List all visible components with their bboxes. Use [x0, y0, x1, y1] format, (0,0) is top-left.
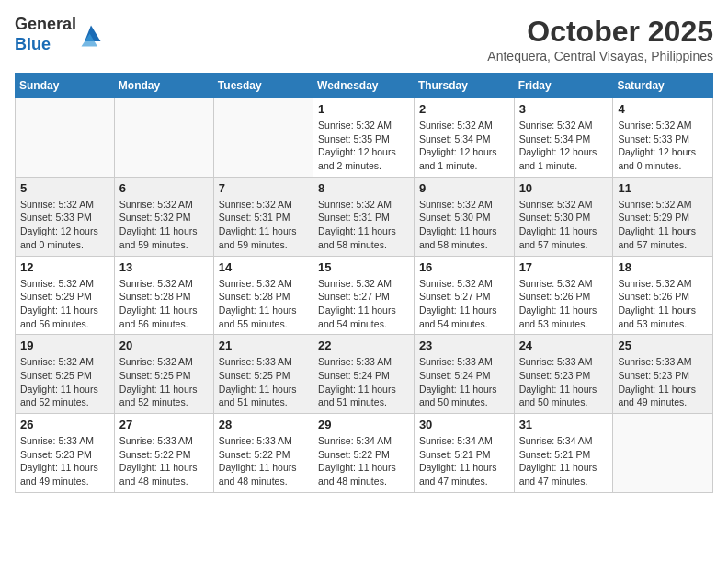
calendar-cell	[213, 98, 313, 178]
calendar-cell: 15Sunrise: 5:32 AMSunset: 5:27 PMDayligh…	[313, 256, 415, 335]
calendar-week-row: 26Sunrise: 5:33 AMSunset: 5:23 PMDayligh…	[16, 414, 713, 493]
calendar-cell: 24Sunrise: 5:33 AMSunset: 5:23 PMDayligh…	[514, 335, 613, 414]
calendar-cell: 6Sunrise: 5:32 AMSunset: 5:32 PMDaylight…	[114, 177, 213, 256]
weekday-header: Sunday	[16, 74, 115, 98]
cell-daylight-info: Sunrise: 5:32 AMSunset: 5:29 PMDaylight:…	[20, 277, 109, 331]
cell-daylight-info: Sunrise: 5:33 AMSunset: 5:23 PMDaylight:…	[618, 355, 708, 409]
cell-daylight-info: Sunrise: 5:32 AMSunset: 5:28 PMDaylight:…	[119, 277, 209, 331]
cell-daylight-info: Sunrise: 5:32 AMSunset: 5:26 PMDaylight:…	[519, 277, 609, 331]
calendar-cell: 1Sunrise: 5:32 AMSunset: 5:35 PMDaylight…	[313, 98, 415, 178]
weekday-header: Saturday	[613, 74, 713, 98]
calendar-cell: 19Sunrise: 5:32 AMSunset: 5:25 PMDayligh…	[16, 335, 115, 414]
cell-daylight-info: Sunrise: 5:34 AMSunset: 5:21 PMDaylight:…	[519, 434, 609, 488]
weekday-header: Wednesday	[313, 74, 415, 98]
cell-date-number: 5	[20, 181, 109, 195]
calendar-week-row: 1Sunrise: 5:32 AMSunset: 5:35 PMDaylight…	[16, 98, 713, 178]
cell-date-number: 12	[20, 260, 109, 274]
calendar-cell: 25Sunrise: 5:33 AMSunset: 5:23 PMDayligh…	[613, 335, 713, 414]
cell-date-number: 27	[119, 418, 209, 431]
calendar-cell: 3Sunrise: 5:32 AMSunset: 5:34 PMDaylight…	[514, 98, 613, 178]
cell-daylight-info: Sunrise: 5:32 AMSunset: 5:28 PMDaylight:…	[219, 277, 308, 331]
cell-date-number: 22	[318, 339, 409, 352]
cell-daylight-info: Sunrise: 5:32 AMSunset: 5:26 PMDaylight:…	[618, 277, 708, 331]
calendar-cell: 2Sunrise: 5:32 AMSunset: 5:34 PMDaylight…	[414, 98, 514, 178]
calendar-cell: 21Sunrise: 5:33 AMSunset: 5:25 PMDayligh…	[213, 335, 313, 414]
cell-daylight-info: Sunrise: 5:32 AMSunset: 5:34 PMDaylight:…	[419, 119, 509, 173]
cell-date-number: 30	[419, 418, 509, 431]
cell-daylight-info: Sunrise: 5:32 AMSunset: 5:32 PMDaylight:…	[119, 198, 209, 252]
calendar-header-row: SundayMondayTuesdayWednesdayThursdayFrid…	[16, 74, 713, 98]
cell-daylight-info: Sunrise: 5:32 AMSunset: 5:31 PMDaylight:…	[219, 198, 308, 252]
calendar-cell: 9Sunrise: 5:32 AMSunset: 5:30 PMDaylight…	[414, 177, 514, 256]
calendar-cell: 12Sunrise: 5:32 AMSunset: 5:29 PMDayligh…	[16, 256, 115, 335]
month-title: October 2025	[487, 15, 713, 49]
cell-daylight-info: Sunrise: 5:33 AMSunset: 5:24 PMDaylight:…	[318, 355, 409, 409]
logo-text: General Blue	[15, 15, 76, 54]
calendar-cell: 16Sunrise: 5:32 AMSunset: 5:27 PMDayligh…	[414, 256, 514, 335]
cell-date-number: 15	[318, 260, 409, 274]
calendar-cell: 28Sunrise: 5:33 AMSunset: 5:22 PMDayligh…	[213, 414, 313, 493]
logo: General Blue	[15, 15, 104, 54]
cell-date-number: 28	[219, 418, 308, 431]
cell-date-number: 14	[219, 260, 308, 274]
calendar-cell: 23Sunrise: 5:33 AMSunset: 5:24 PMDayligh…	[414, 335, 514, 414]
cell-daylight-info: Sunrise: 5:32 AMSunset: 5:27 PMDaylight:…	[318, 277, 409, 331]
cell-date-number: 23	[419, 339, 509, 352]
calendar-table: SundayMondayTuesdayWednesdayThursdayFrid…	[15, 73, 713, 493]
calendar-week-row: 5Sunrise: 5:32 AMSunset: 5:33 PMDaylight…	[16, 177, 713, 256]
calendar-cell	[114, 98, 213, 178]
calendar-cell: 5Sunrise: 5:32 AMSunset: 5:33 PMDaylight…	[16, 177, 115, 256]
calendar-cell: 22Sunrise: 5:33 AMSunset: 5:24 PMDayligh…	[313, 335, 415, 414]
cell-daylight-info: Sunrise: 5:33 AMSunset: 5:25 PMDaylight:…	[219, 355, 308, 409]
calendar-cell: 30Sunrise: 5:34 AMSunset: 5:21 PMDayligh…	[414, 414, 514, 493]
cell-daylight-info: Sunrise: 5:32 AMSunset: 5:33 PMDaylight:…	[20, 198, 109, 252]
cell-daylight-info: Sunrise: 5:32 AMSunset: 5:30 PMDaylight:…	[519, 198, 609, 252]
calendar-week-row: 19Sunrise: 5:32 AMSunset: 5:25 PMDayligh…	[16, 335, 713, 414]
cell-daylight-info: Sunrise: 5:32 AMSunset: 5:25 PMDaylight:…	[119, 355, 209, 409]
cell-daylight-info: Sunrise: 5:33 AMSunset: 5:23 PMDaylight:…	[20, 434, 109, 488]
cell-date-number: 13	[119, 260, 209, 274]
cell-date-number: 9	[419, 181, 509, 195]
title-area: October 2025 Antequera, Central Visayas,…	[487, 15, 713, 63]
cell-date-number: 24	[519, 339, 609, 352]
page-header: General Blue October 2025 Antequera, Cen…	[15, 15, 713, 63]
cell-daylight-info: Sunrise: 5:32 AMSunset: 5:34 PMDaylight:…	[519, 119, 609, 173]
calendar-cell: 13Sunrise: 5:32 AMSunset: 5:28 PMDayligh…	[114, 256, 213, 335]
cell-daylight-info: Sunrise: 5:32 AMSunset: 5:31 PMDaylight:…	[318, 198, 409, 252]
cell-daylight-info: Sunrise: 5:32 AMSunset: 5:25 PMDaylight:…	[20, 355, 109, 409]
location-subtitle: Antequera, Central Visayas, Philippines	[487, 49, 713, 63]
cell-daylight-info: Sunrise: 5:32 AMSunset: 5:29 PMDaylight:…	[618, 198, 708, 252]
cell-date-number: 29	[318, 418, 409, 431]
weekday-header: Monday	[114, 74, 213, 98]
calendar-week-row: 12Sunrise: 5:32 AMSunset: 5:29 PMDayligh…	[16, 256, 713, 335]
cell-date-number: 19	[20, 339, 109, 352]
cell-date-number: 21	[219, 339, 308, 352]
weekday-header: Tuesday	[213, 74, 313, 98]
cell-daylight-info: Sunrise: 5:32 AMSunset: 5:33 PMDaylight:…	[618, 119, 708, 173]
calendar-cell: 8Sunrise: 5:32 AMSunset: 5:31 PMDaylight…	[313, 177, 415, 256]
cell-date-number: 10	[519, 181, 609, 195]
calendar-cell: 17Sunrise: 5:32 AMSunset: 5:26 PMDayligh…	[514, 256, 613, 335]
cell-date-number: 20	[119, 339, 209, 352]
cell-date-number: 26	[20, 418, 109, 431]
calendar-cell: 29Sunrise: 5:34 AMSunset: 5:22 PMDayligh…	[313, 414, 415, 493]
cell-daylight-info: Sunrise: 5:34 AMSunset: 5:21 PMDaylight:…	[419, 434, 509, 488]
cell-date-number: 16	[419, 260, 509, 274]
cell-date-number: 4	[618, 102, 708, 116]
cell-daylight-info: Sunrise: 5:32 AMSunset: 5:35 PMDaylight:…	[318, 119, 409, 173]
calendar-cell	[613, 414, 713, 493]
weekday-header: Thursday	[414, 74, 514, 98]
calendar-cell: 20Sunrise: 5:32 AMSunset: 5:25 PMDayligh…	[114, 335, 213, 414]
calendar-cell	[16, 98, 115, 178]
cell-daylight-info: Sunrise: 5:34 AMSunset: 5:22 PMDaylight:…	[318, 434, 409, 488]
logo-icon	[78, 22, 104, 48]
calendar-cell: 11Sunrise: 5:32 AMSunset: 5:29 PMDayligh…	[613, 177, 713, 256]
cell-daylight-info: Sunrise: 5:33 AMSunset: 5:22 PMDaylight:…	[119, 434, 209, 488]
calendar-cell: 26Sunrise: 5:33 AMSunset: 5:23 PMDayligh…	[16, 414, 115, 493]
cell-date-number: 8	[318, 181, 409, 195]
cell-date-number: 17	[519, 260, 609, 274]
calendar-cell: 7Sunrise: 5:32 AMSunset: 5:31 PMDaylight…	[213, 177, 313, 256]
cell-date-number: 25	[618, 339, 708, 352]
cell-daylight-info: Sunrise: 5:32 AMSunset: 5:27 PMDaylight:…	[419, 277, 509, 331]
cell-date-number: 3	[519, 102, 609, 116]
